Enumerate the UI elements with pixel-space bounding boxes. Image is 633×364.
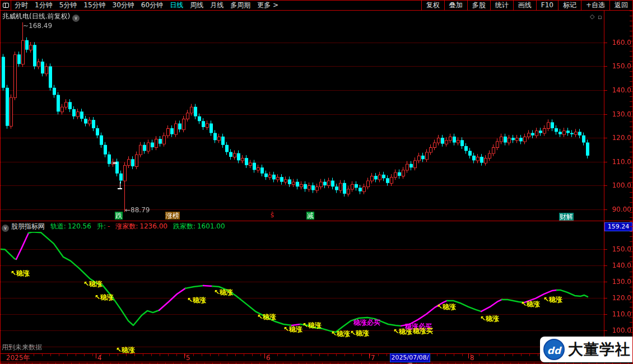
- tool-button-3[interactable]: 统计: [490, 1, 513, 10]
- signal-label-5: ↖稳涨: [257, 314, 276, 320]
- signal-label-0: ↖稳涨: [11, 270, 30, 277]
- signal-label-16: ↖稳涨: [521, 301, 540, 307]
- period-tab-7[interactable]: 周线: [187, 1, 207, 10]
- tool-button-6[interactable]: 标记: [558, 1, 581, 10]
- indicator-field-label-3: 跌家数:: [173, 222, 196, 230]
- event-badge-财解[interactable]: 财解: [559, 213, 574, 221]
- tool-button-4[interactable]: 画线: [513, 1, 536, 10]
- axis-label-150.0: 150.0: [607, 246, 631, 253]
- period-tab-0[interactable]: 分时: [11, 1, 31, 10]
- indicator-field-label-0: 轨道:: [50, 222, 66, 230]
- period-tab-3[interactable]: 15分钟: [80, 1, 109, 10]
- axis-tick: [604, 43, 607, 43]
- ind-axis-minor-ticks: [630, 221, 632, 353]
- axis-tick: [604, 90, 607, 91]
- period-tab-1[interactable]: 1分钟: [31, 1, 56, 10]
- month-label-6: 6: [266, 354, 271, 362]
- period-tab-8[interactable]: 月线: [207, 1, 227, 10]
- period-tab-10[interactable]: 更多 >: [254, 1, 282, 10]
- signal-label-15: ↖稳涨: [480, 315, 499, 322]
- axis-tick: [604, 249, 607, 250]
- axis-tick: [604, 282, 607, 282]
- axis-label-100.0: 100.0: [607, 327, 631, 334]
- axis-label-90.00: 90.00: [607, 206, 631, 213]
- event-badge-ŝ[interactable]: ŝ: [270, 211, 274, 219]
- toolbar-spacer: [282, 1, 421, 10]
- diamond-icon[interactable]: ◇: [590, 13, 594, 20]
- axis-label-140.0: 140.0: [607, 87, 631, 94]
- signal-label-7: ↖稳涨: [302, 322, 322, 329]
- event-badge-跌[interactable]: 跌: [115, 212, 123, 220]
- axis-label-120.0: 120.0: [607, 134, 631, 141]
- axis-tick: [604, 330, 607, 331]
- axis-tick: [604, 265, 607, 266]
- main-chart-canvas[interactable]: [1, 11, 604, 221]
- chart-title: 兆威机电(日线.前复权) ∨: [2, 12, 80, 22]
- axis-tick: [604, 66, 607, 67]
- axis-label-110.0: 110.0: [607, 158, 631, 165]
- signal-label-10: 稳涨必买: [353, 319, 380, 326]
- tool-button-7[interactable]: +自选: [581, 1, 609, 10]
- tool-button-5[interactable]: F10: [536, 1, 558, 10]
- trading-app-window: 分时1分钟5分钟15分钟30分钟60分钟日线周线月线多周期更多 > 复权叠加多股…: [0, 0, 633, 364]
- indicator-field-label-1: 升:: [97, 222, 106, 230]
- axis-label-130.0: 130.0: [607, 278, 631, 285]
- axis-label-110.0: 110.0: [607, 311, 631, 318]
- watermark-logo-icon: dd: [543, 339, 565, 360]
- axis-label-160.0: 160.0: [607, 39, 631, 46]
- tool-button-0[interactable]: 复权: [421, 1, 444, 10]
- axis-label-150.0: 150.0: [607, 63, 631, 69]
- chart-title-text: 兆威机电(日线.前复权): [2, 12, 70, 20]
- month-label-7: 7: [371, 354, 375, 362]
- month-label-8: 8: [470, 354, 474, 362]
- signal-label-9: ↖稳涨: [350, 330, 369, 337]
- cursor-value-box: 159.24: [604, 222, 632, 231]
- period-tab-5[interactable]: 60分钟: [138, 1, 166, 10]
- main-axis-minor-ticks: [630, 11, 632, 221]
- indicator-field-value-1: -: [108, 222, 110, 230]
- indicator-source: 股朋指标网: [11, 222, 45, 230]
- axis-label-120.0: 120.0: [607, 295, 631, 301]
- year-label: 2025年: [6, 354, 30, 362]
- signal-label-14: ↖稳涨: [437, 304, 456, 310]
- period-tab-2[interactable]: 5分钟: [56, 1, 81, 10]
- watermark: dd 大董学社: [540, 337, 633, 362]
- signal-label-4: ↖稳涨: [214, 289, 233, 296]
- indicator-field-value-3: 1601.00: [197, 222, 225, 230]
- period-tab-6[interactable]: 日线: [166, 1, 187, 10]
- tool-button-2[interactable]: 多股: [467, 1, 490, 10]
- signal-label-8: ↖稳涨: [331, 330, 350, 337]
- axis-tick: [604, 138, 607, 138]
- tool-button-8[interactable]: 返回: [609, 1, 632, 10]
- high-price-annotation: ~168.49: [23, 22, 52, 30]
- layout-icon[interactable]: [1, 1, 11, 10]
- month-tick-4: [96, 353, 96, 358]
- indicator-header: ∨ 股朋指标网轨道:120.56升:-涨家数:1236.00跌家数:1601.0…: [2, 222, 225, 232]
- chevron-down-icon[interactable]: ∨: [72, 15, 80, 22]
- axis-label-140.0: 140.0: [607, 262, 631, 269]
- axis-label-100.0: 100.0: [607, 182, 631, 189]
- tool-buttons: 复权叠加多股统计画线F10标记+自选返回: [421, 1, 632, 10]
- signal-label-17: ↖稳涨: [543, 296, 562, 303]
- axis-tick: [604, 162, 607, 162]
- signal-label-13: 稳涨买: [413, 328, 433, 334]
- indicator-chart-canvas[interactable]: [1, 232, 604, 352]
- pane-divider: [1, 221, 632, 221]
- low-price-annotation: ←88.79: [125, 206, 150, 214]
- chevron-down-icon[interactable]: ∨: [2, 225, 9, 232]
- axis-tick: [604, 209, 607, 210]
- period-tab-4[interactable]: 30分钟: [109, 1, 138, 10]
- tool-button-1[interactable]: 叠加: [444, 1, 467, 10]
- indicator-field-value-2: 1236.00: [139, 222, 167, 230]
- month-tick-6: [264, 353, 265, 358]
- event-badge-减[interactable]: 减: [306, 212, 314, 220]
- signal-label-6: ↖稳涨: [283, 326, 302, 333]
- event-badge-涨榜[interactable]: 涨榜: [165, 212, 180, 220]
- cursor-date-box: 2025/07/08/二: [390, 353, 430, 362]
- axis-separator-line: [604, 11, 604, 353]
- axis-label-130.0: 130.0: [607, 111, 631, 118]
- indicator-field-value-0: 120.56: [68, 222, 91, 230]
- square-icon[interactable]: ▫: [598, 13, 602, 21]
- period-tab-9[interactable]: 多周期: [227, 1, 254, 10]
- signal-label-18: ↖稳涨: [116, 347, 135, 353]
